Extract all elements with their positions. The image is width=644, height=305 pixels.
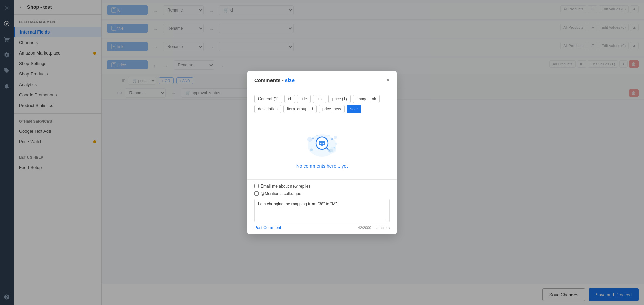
tag-item-group-id[interactable]: item_group_id xyxy=(283,105,317,113)
svg-point-15 xyxy=(331,138,333,140)
svg-point-12 xyxy=(323,143,324,144)
tag-price[interactable]: price (1) xyxy=(328,95,351,103)
svg-point-19 xyxy=(328,135,330,136)
modal-close-button[interactable]: × xyxy=(386,77,390,84)
tag-image-link[interactable]: image_link xyxy=(353,95,380,103)
comment-textarea[interactable]: I am changing the mapping from "38" to "… xyxy=(254,199,390,222)
svg-point-10 xyxy=(320,143,321,144)
email-checkbox-row: Email me about new replies xyxy=(254,184,390,189)
char-count: 42/2000 characters xyxy=(358,226,390,230)
comments-modal: Comments - size × General (1) id title l… xyxy=(247,71,397,234)
post-comment-button[interactable]: Post Comment xyxy=(254,225,281,230)
modal-overlay[interactable]: Comments - size × General (1) id title l… xyxy=(0,0,644,305)
modal-header: Comments - size × xyxy=(247,71,397,89)
empty-message: No comments here... yet xyxy=(296,163,348,169)
modal-title: Comments - size xyxy=(254,77,295,83)
modal-body: General (1) id title link price (1) imag… xyxy=(247,89,397,179)
svg-point-18 xyxy=(316,135,318,136)
tag-link[interactable]: link xyxy=(313,95,326,103)
svg-point-4 xyxy=(334,136,337,139)
tag-pills: General (1) id title link price (1) imag… xyxy=(254,95,390,113)
tag-price-new[interactable]: price_new xyxy=(319,105,345,113)
tag-size[interactable]: size xyxy=(347,105,361,113)
tag-general[interactable]: General (1) xyxy=(254,95,282,103)
email-checkbox[interactable] xyxy=(254,184,259,188)
comment-actions: Post Comment 42/2000 characters xyxy=(254,225,390,230)
svg-point-11 xyxy=(322,143,323,144)
mention-checkbox[interactable] xyxy=(254,191,259,196)
tag-title[interactable]: title xyxy=(297,95,311,103)
svg-point-3 xyxy=(307,137,312,141)
svg-point-14 xyxy=(312,137,314,139)
empty-state: No comments here... yet xyxy=(254,118,390,174)
email-label[interactable]: Email me about new replies xyxy=(261,184,310,189)
svg-point-16 xyxy=(310,148,313,151)
mention-label[interactable]: @Mention a colleague xyxy=(261,191,301,196)
modal-footer: Email me about new replies @Mention a co… xyxy=(247,179,397,234)
svg-rect-21 xyxy=(328,149,333,152)
mention-checkbox-row: @Mention a colleague xyxy=(254,191,390,196)
tag-id[interactable]: id xyxy=(284,95,295,103)
svg-point-20 xyxy=(335,143,337,145)
empty-illustration xyxy=(302,127,342,160)
tag-description[interactable]: description xyxy=(254,105,281,113)
svg-point-17 xyxy=(334,147,335,148)
